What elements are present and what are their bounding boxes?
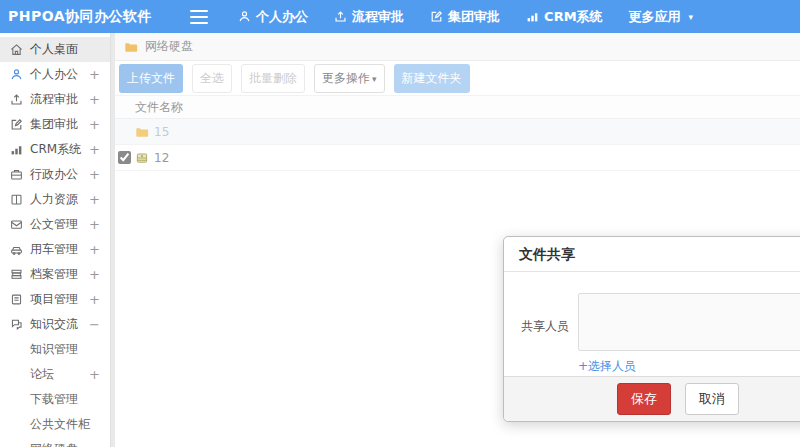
file-name-column-header: 文件名称 <box>115 95 800 119</box>
breadcrumb-label: 网络硬盘 <box>145 38 193 55</box>
topnav-item-edit[interactable]: 集团审批 <box>430 8 500 26</box>
new-folder-button[interactable]: 新建文件夹 <box>394 64 470 93</box>
topnav-item-label: 个人办公 <box>256 8 308 26</box>
expand-plus-icon[interactable]: + <box>89 92 100 107</box>
edit-icon <box>430 10 443 23</box>
save-button[interactable]: 保存 <box>617 383 671 415</box>
clipboard-icon <box>10 293 23 306</box>
sidebar-item-label: 项目管理 <box>30 291 78 308</box>
sidebar-item-archive[interactable]: 档案管理+ <box>0 262 110 287</box>
sidebar-subitem[interactable]: 知识管理 <box>0 337 110 362</box>
topnav-item-label: CRM系统 <box>544 8 603 26</box>
app-title: PHPOA协同办公软件 <box>0 8 152 26</box>
sidebar-subitem[interactable]: 公共文件柜 <box>0 412 110 437</box>
sidebar-item-workflow[interactable]: 流程审批+ <box>0 87 110 112</box>
cancel-button[interactable]: 取消 <box>685 383 739 415</box>
caret-down-icon: ▾ <box>372 74 377 84</box>
file-share-dialog: 文件共享 共享人员 +选择人员 保存 取消 <box>503 236 800 422</box>
edit-icon <box>10 118 23 131</box>
cabinet-icon <box>134 151 150 165</box>
expand-plus-icon[interactable]: + <box>89 192 100 207</box>
sidebar-subitem[interactable]: 下载管理 <box>0 387 110 412</box>
collapse-minus-icon[interactable]: − <box>89 317 100 332</box>
batch-delete-button[interactable]: 批量删除 <box>241 64 305 93</box>
sidebar-item-briefcase[interactable]: 行政办公+ <box>0 162 110 187</box>
more-operations-label: 更多操作 <box>322 71 370 85</box>
book-icon <box>10 193 23 206</box>
sidebar-item-label: CRM系统 <box>30 141 81 158</box>
sidebar-subitem-label: 论坛 <box>30 366 54 383</box>
caret-down-icon: ▾ <box>689 12 694 22</box>
dialog-title: 文件共享 <box>504 237 800 272</box>
sidebar-subitem-label: 下载管理 <box>30 391 78 408</box>
share-personnel-label: 共享人员 <box>519 318 569 351</box>
sidebar-subitem-label: 公共文件柜 <box>30 416 90 433</box>
expand-plus-icon[interactable]: + <box>89 267 100 282</box>
file-row[interactable]: 12 <box>115 145 800 171</box>
expand-plus-icon[interactable]: + <box>89 167 100 182</box>
chart-icon <box>526 10 539 23</box>
select-all-button[interactable]: 全选 <box>192 64 232 93</box>
home-icon <box>10 43 23 56</box>
sidebar-item-edit[interactable]: 集团审批+ <box>0 112 110 137</box>
sidebar-item-home[interactable]: 个人桌面 <box>0 37 110 62</box>
breadcrumb: 网络硬盘 <box>115 33 800 61</box>
sidebar-item-label: 公文管理 <box>30 216 78 233</box>
sidebar-item-label: 集团审批 <box>30 116 78 133</box>
workflow-icon <box>10 93 23 106</box>
sidebar-item-chart[interactable]: CRM系统+ <box>0 137 110 162</box>
file-name: 12 <box>154 151 169 165</box>
choose-personnel-link[interactable]: +选择人员 <box>578 358 636 375</box>
sidebar-subitem[interactable]: 论坛+ <box>0 362 110 387</box>
upload-file-button[interactable]: 上传文件 <box>119 64 183 93</box>
topnav-item-label: 流程审批 <box>352 8 404 26</box>
expand-plus-icon[interactable]: + <box>89 292 100 307</box>
sidebar-item-label: 档案管理 <box>30 266 78 283</box>
topnav-item-label: 更多应用 <box>629 8 681 26</box>
topnav-item-more-apps[interactable]: 更多应用▾ <box>629 8 694 26</box>
sidebar-item-label: 行政办公 <box>30 166 78 183</box>
hamburger-menu-icon[interactable] <box>190 10 208 24</box>
sidebar-item-label: 流程审批 <box>30 91 78 108</box>
expand-plus-icon[interactable]: + <box>89 67 100 82</box>
topnav-item-chart[interactable]: CRM系统 <box>526 8 603 26</box>
dialog-body: 共享人员 +选择人员 <box>504 272 800 376</box>
sidebar-item-clipboard[interactable]: 项目管理+ <box>0 287 110 312</box>
expand-plus-icon[interactable]: + <box>89 217 100 232</box>
sidebar-subitem[interactable]: 网络硬盘 <box>0 437 110 447</box>
person-icon <box>10 68 23 81</box>
file-row[interactable]: 15 <box>115 119 800 145</box>
sidebar-item-book[interactable]: 人力资源+ <box>0 187 110 212</box>
archive-icon <box>10 268 23 281</box>
chat-icon <box>10 318 23 331</box>
more-operations-button[interactable]: 更多操作▾ <box>314 64 385 93</box>
share-personnel-input[interactable] <box>578 293 800 351</box>
sidebar-item-label: 个人桌面 <box>30 41 78 58</box>
sidebar-item-person[interactable]: 个人办公+ <box>0 62 110 87</box>
expand-plus-icon[interactable]: + <box>89 117 100 132</box>
folder-icon <box>134 125 150 139</box>
sidebar-item-label: 用车管理 <box>30 241 78 258</box>
file-checkbox[interactable] <box>118 151 131 164</box>
topnav-item-person[interactable]: 个人办公 <box>238 8 308 26</box>
sidebar-item-mail[interactable]: 公文管理+ <box>0 212 110 237</box>
sidebar-menu: 个人桌面个人办公+流程审批+集团审批+CRM系统+行政办公+人力资源+公文管理+… <box>0 33 110 447</box>
folder-icon <box>123 40 139 54</box>
sidebar-subitem-label: 知识管理 <box>30 341 78 358</box>
app-window: PHPOA协同办公软件 个人办公流程审批集团审批CRM系统更多应用▾ 个人桌面个… <box>0 0 800 447</box>
file-list: 1512 <box>115 119 800 171</box>
sidebar-item-label: 个人办公 <box>30 66 78 83</box>
expand-plus-icon[interactable]: + <box>89 142 100 157</box>
topbar: PHPOA协同办公软件 个人办公流程审批集团审批CRM系统更多应用▾ <box>0 0 800 33</box>
sidebar-item-chat[interactable]: 知识交流− <box>0 312 110 337</box>
topnav-item-workflow[interactable]: 流程审批 <box>334 8 404 26</box>
topnav-item-label: 集团审批 <box>448 8 500 26</box>
sidebar-item-label: 知识交流 <box>30 316 78 333</box>
expand-plus-icon[interactable]: + <box>89 242 100 257</box>
expand-plus-icon[interactable]: + <box>89 367 100 382</box>
workflow-icon <box>334 10 347 23</box>
top-nav: 个人办公流程审批集团审批CRM系统更多应用▾ <box>238 8 693 26</box>
sidebar-item-car[interactable]: 用车管理+ <box>0 237 110 262</box>
person-icon <box>238 10 251 23</box>
car-icon <box>10 243 23 256</box>
